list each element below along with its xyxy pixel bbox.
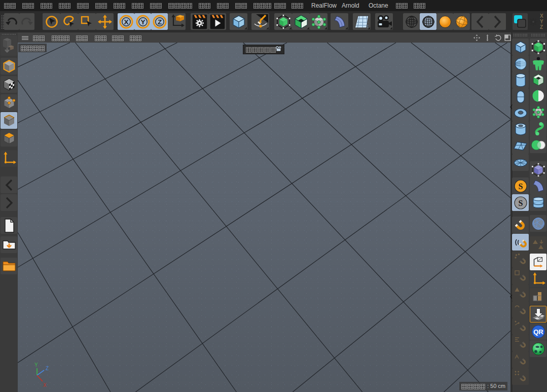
svg-text:Z: Z bbox=[46, 366, 49, 371]
svg-text:X: X bbox=[124, 18, 128, 26]
svg-text:Y: Y bbox=[34, 362, 38, 368]
svg-text:S: S bbox=[518, 198, 523, 207]
svg-text:Z: Z bbox=[157, 18, 161, 26]
svg-text:X: X bbox=[43, 382, 47, 387]
svg-text:QR: QR bbox=[533, 328, 543, 336]
svg-text:S: S bbox=[518, 182, 523, 190]
svg-text:Y: Y bbox=[140, 18, 145, 26]
